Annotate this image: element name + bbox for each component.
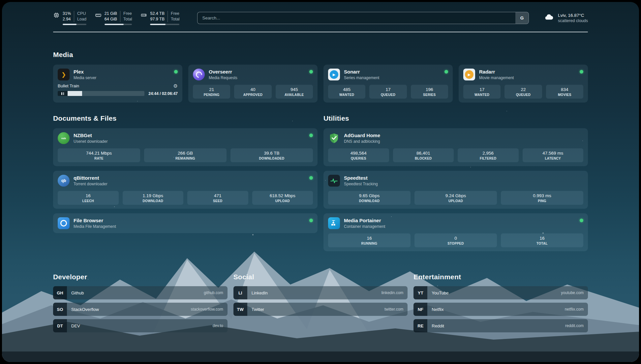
bookmark-github[interactable]: GH Github github.com xyxy=(53,286,228,299)
stat-download: 9.65 GbpsDOWNLOAD xyxy=(328,191,411,205)
bookmark-dev[interactable]: DT DEV dev.to xyxy=(53,319,228,332)
bookmark-reddit[interactable]: RE Reddit reddit.com xyxy=(413,319,588,332)
stat-queued: 22QUEUED xyxy=(504,85,542,99)
card-portainer[interactable]: Media Portainer Container management 16R… xyxy=(323,213,588,251)
card-nzbget[interactable]: nzb NZBGet Usenet downloader 744.21 Mbps… xyxy=(53,128,318,166)
settings-gear-icon[interactable]: ⚙ xyxy=(173,83,178,88)
card-plex[interactable]: ❯ Plex Media server Bullet Train ⚙ xyxy=(53,65,182,103)
bookmark-youtube[interactable]: YT YouTube youtube.com xyxy=(413,286,588,299)
sonarr-icon: ▶ xyxy=(328,69,340,80)
bookmark-name: Twitter xyxy=(252,307,264,312)
section-social: Social LI LinkedIn linkedin.com TW Twitt… xyxy=(233,273,408,332)
playback-time: 24:44 / 02:06:47 xyxy=(148,91,178,96)
search-input[interactable] xyxy=(198,12,515,24)
bookmark-abbr: GH xyxy=(53,286,67,299)
search-bar[interactable]: G xyxy=(197,12,529,24)
card-overseerr[interactable]: Overseerr Media Requests 21PENDING 40APP… xyxy=(188,65,318,103)
card-subtitle: Usenet downloader xyxy=(74,139,309,144)
section-documents: Documents & Files nzb NZBGet Usenet down… xyxy=(53,114,318,233)
section-utilities: Utilities AdGu xyxy=(323,114,588,251)
card-title: File Browser xyxy=(74,218,309,224)
bookmark-url: github.com xyxy=(204,290,228,295)
stat-ping: 0.993 msPING xyxy=(501,191,583,205)
dashboard-screen: 31% CPU 2.94 Load 21 xyxy=(2,2,639,362)
card-qbittorrent[interactable]: qb qBittorrent Torrent downloader 16LEEC… xyxy=(53,171,318,209)
stat-pending: 21PENDING xyxy=(193,85,230,99)
speedtest-icon xyxy=(328,175,340,187)
ram-icon xyxy=(95,12,102,18)
card-title: NZBGet xyxy=(74,133,309,138)
card-title: Sonarr xyxy=(344,69,444,75)
card-radarr[interactable]: ▶ Radarr Movie management 17WANTED 22QUE… xyxy=(459,65,588,103)
status-dot xyxy=(309,70,313,74)
stat-movies: 834MOVIES xyxy=(546,85,583,99)
status-dot xyxy=(580,219,583,222)
stat-upload: 9.24 GbpsUPLOAD xyxy=(414,191,497,205)
stat-queued: 17QUEUED xyxy=(369,85,407,99)
ram-widget: 21 GiB Free 64 GiB Total xyxy=(95,11,132,25)
utilities-heading: Utilities xyxy=(323,114,588,122)
header-divider xyxy=(53,32,588,32)
stat-seed: 471SEED xyxy=(187,191,248,205)
card-sonarr[interactable]: ▶ Sonarr Series management 485WANTED 17Q… xyxy=(323,65,453,103)
card-subtitle: Torrent downloader xyxy=(74,182,309,187)
stat-wanted: 17WANTED xyxy=(463,85,501,99)
ram-label-1: Free xyxy=(120,11,132,16)
card-title: Speedtest xyxy=(344,175,583,181)
card-title: Overseerr xyxy=(209,69,309,75)
bookmark-abbr: LI xyxy=(233,286,247,299)
stat-approved: 40APPROVED xyxy=(234,85,271,99)
cpu-usage-value: 31% xyxy=(63,11,74,16)
bookmark-url: stackoverflow.com xyxy=(191,307,228,312)
bookmark-url: netflix.com xyxy=(565,307,588,312)
adguard-icon xyxy=(328,132,340,144)
stat-download: 1.19 GbpsDOWNLOAD xyxy=(123,191,184,205)
stat-queries: 498,564QUERIES xyxy=(328,148,389,162)
stat-series: 196SERIES xyxy=(411,85,448,99)
card-subtitle: Media File Management xyxy=(74,224,309,229)
cloud-icon xyxy=(544,12,554,23)
bookmark-linkedin[interactable]: LI LinkedIn linkedin.com xyxy=(233,286,408,299)
bookmark-abbr: NF xyxy=(413,303,427,316)
pause-button[interactable] xyxy=(58,91,68,96)
search-engine-button[interactable]: G xyxy=(515,12,529,24)
card-subtitle: DNS and adblocking xyxy=(344,139,583,144)
card-filebrowser[interactable]: File Browser Media File Management xyxy=(53,213,318,233)
stat-available: 945AVAILABLE xyxy=(276,85,313,99)
bookmark-netflix[interactable]: NF Netflix netflix.com xyxy=(413,303,588,316)
stat-latency: 47.569 msLATENCY xyxy=(523,148,584,162)
weather-location: Lviv, 16.87°C xyxy=(558,13,588,18)
status-dot xyxy=(174,70,178,74)
card-title: Radarr xyxy=(479,69,580,75)
cpu-label-2: Load xyxy=(74,16,86,22)
bookmark-name: Reddit xyxy=(432,323,444,328)
card-speedtest[interactable]: Speedtest Speedtest Tracking 9.65 GbpsDO… xyxy=(323,171,588,209)
bookmark-url: linkedin.com xyxy=(382,290,408,295)
qbittorrent-icon: qb xyxy=(58,175,70,187)
disk-widget: 52.4 TB Free 97.9 TB Total xyxy=(140,11,179,25)
bookmark-name: YouTube xyxy=(432,290,448,295)
disk-free-value: 52.4 TB xyxy=(150,11,168,16)
card-title: qBittorrent xyxy=(74,175,309,181)
bookmark-twitter[interactable]: TW Twitter twitter.com xyxy=(233,303,408,316)
ram-progress-bar xyxy=(105,24,132,25)
disk-total-value: 97.9 TB xyxy=(150,16,168,22)
section-media: Media ❯ Plex Media server Bullet Train ⚙ xyxy=(53,51,588,103)
card-adguard[interactable]: AdGuard Home DNS and adblocking 498,564Q… xyxy=(323,128,588,166)
developer-heading: Developer xyxy=(53,273,228,281)
stat-rate: 744.21 MbpsRATE xyxy=(58,148,140,162)
bookmark-stackoverflow[interactable]: SO StackOverflow stackoverflow.com xyxy=(53,303,228,316)
cpu-widget: 31% CPU 2.94 Load xyxy=(53,11,86,25)
disk-label-2: Total xyxy=(168,16,179,22)
disk-icon xyxy=(140,12,147,18)
bookmark-name: Netflix xyxy=(432,307,443,312)
bookmark-abbr: DT xyxy=(53,319,67,332)
topbar: 31% CPU 2.94 Load 21 xyxy=(53,2,588,24)
ram-total-value: 64 GiB xyxy=(105,16,120,22)
bookmark-url: reddit.com xyxy=(565,323,588,328)
stat-total: 16TOTAL xyxy=(501,233,583,247)
playback-progress-bar[interactable] xyxy=(68,91,144,96)
nzbget-icon: nzb xyxy=(58,132,70,144)
card-title: Plex xyxy=(74,69,174,75)
status-dot xyxy=(309,219,313,222)
